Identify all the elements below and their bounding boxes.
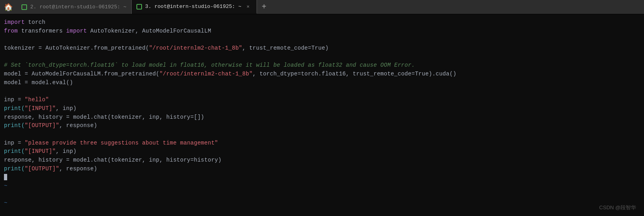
code-line-4: tokenizer = AutoTokenizer.from_pretraine… [4, 44, 640, 53]
code-line-17: print("[OUTPUT]", response) [4, 165, 640, 174]
tab-1-terminal-icon [21, 4, 27, 10]
tab-2-label: 3. root@intern-studio-061925: ~ [145, 4, 241, 10]
code-line-blank-3 [4, 87, 640, 96]
terminal-area: import torch from transformers import Au… [0, 14, 644, 216]
code-line-14: inp = "please provide three suggestions … [4, 139, 640, 148]
code-line-15: print("[INPUT]", inp) [4, 147, 640, 156]
tab-1[interactable]: 2. root@intern-studio-061925: ~ [17, 0, 132, 14]
tab-2-close-icon[interactable]: ✕ [245, 3, 252, 10]
code-line-blank-4 [4, 130, 640, 139]
code-line-1: import torch [4, 18, 640, 27]
tab-2-terminal-icon [136, 4, 142, 10]
code-line-12: print("[OUTPUT]", response) [4, 122, 640, 130]
tab-2[interactable]: 3. root@intern-studio-061925: ~ ✕ [132, 0, 257, 14]
code-line-blank-1 [4, 35, 640, 44]
code-line-7: model = model.eval() [4, 79, 640, 87]
tab-1-label: 2. root@intern-studio-061925: ~ [30, 4, 126, 10]
home-icon-wrap: 🏠 [0, 0, 17, 14]
add-tab-icon: + [262, 2, 267, 12]
tilde-line-2: ~ [4, 199, 640, 208]
code-line-16: response, history = model.chat(tokenizer… [4, 156, 640, 165]
code-line-10: print("[INPUT]", inp) [4, 104, 640, 113]
code-line-11: response, history = model.chat(tokenizer… [4, 113, 640, 122]
code-line-cursor [4, 173, 640, 182]
code-line-blank-2 [4, 53, 640, 62]
add-tab-button[interactable]: + [257, 0, 271, 14]
code-line-blank-5 [4, 191, 640, 199]
tilde-line-1: ~ [4, 182, 640, 191]
code-line-2: from transformers import AutoTokenizer, … [4, 27, 640, 36]
title-bar: 🏠 2. root@intern-studio-061925: ~ 3. roo… [0, 0, 644, 14]
code-line-6: model = AutoModelForCausalLM.from_pretra… [4, 70, 640, 79]
home-icon[interactable]: 🏠 [4, 3, 13, 12]
code-line-9: inp = "hello" [4, 96, 640, 104]
terminal-cursor [4, 174, 7, 180]
watermark: CSDN @段智华 [599, 204, 636, 211]
code-line-comment: # Set `torch_dtype=torch.float16` to loa… [4, 61, 640, 70]
